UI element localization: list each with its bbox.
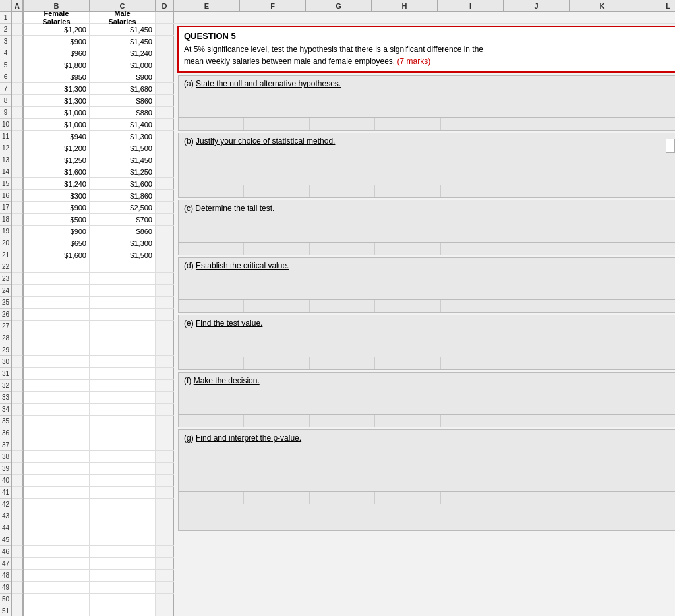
male-cell-7[interactable]: $860	[90, 95, 156, 106]
col-a-cell-25[interactable]	[12, 297, 23, 309]
empty-c-3[interactable]	[90, 297, 156, 308]
col-a-cell-36[interactable]	[12, 427, 23, 439]
col-a-cell-34[interactable]	[12, 404, 23, 416]
empty-c-4[interactable]	[90, 309, 156, 320]
empty-b-27[interactable]	[24, 582, 90, 593]
male-cell-9[interactable]: $1,400	[90, 119, 156, 130]
col-a-cell-44[interactable]	[12, 522, 23, 534]
male-cell-6[interactable]: $1,680	[90, 83, 156, 94]
col-a-cell-46[interactable]	[12, 546, 23, 558]
col-a-cell-3[interactable]	[12, 36, 23, 47]
col-a-cell-28[interactable]	[12, 332, 23, 344]
female-cell-18[interactable]: $900	[24, 226, 90, 237]
empty-c-23[interactable]	[90, 534, 156, 545]
female-cell-17[interactable]: $500	[24, 214, 90, 225]
male-cell-19[interactable]: $1,300	[90, 237, 156, 249]
empty-b-7[interactable]	[24, 344, 90, 355]
empty-b-18[interactable]	[24, 475, 90, 486]
col-a-cell-10[interactable]	[12, 119, 23, 131]
female-cell-8[interactable]: $1,000	[24, 107, 90, 118]
female-cell-11[interactable]: $1,200	[24, 142, 90, 154]
empty-b-2[interactable]	[24, 285, 90, 296]
col-a-cell-27[interactable]	[12, 321, 23, 332]
col-a-cell-42[interactable]	[12, 499, 23, 510]
empty-b-20[interactable]	[24, 499, 90, 510]
male-cell-2[interactable]: $1,450	[90, 36, 156, 47]
col-a-cell-49[interactable]	[12, 582, 23, 594]
male-cell-10[interactable]: $1,300	[90, 131, 156, 142]
col-a-cell-50[interactable]	[12, 594, 23, 605]
empty-b-6[interactable]	[24, 332, 90, 344]
col-a-cell-19[interactable]	[12, 226, 23, 237]
empty-b-15[interactable]	[24, 439, 90, 450]
female-cell-7[interactable]: $1,300	[24, 95, 90, 106]
empty-b-14[interactable]	[24, 427, 90, 439]
col-a-cell-14[interactable]	[12, 166, 23, 178]
male-cell-1[interactable]: $1,450	[90, 24, 156, 35]
empty-c-27[interactable]	[90, 582, 156, 593]
col-a-cell-47[interactable]	[12, 558, 23, 570]
empty-c-18[interactable]	[90, 475, 156, 486]
empty-c-7[interactable]	[90, 344, 156, 355]
female-cell-1[interactable]: $1,200	[24, 24, 90, 35]
female-cell-3[interactable]: $960	[24, 47, 90, 59]
empty-c-0[interactable]	[90, 261, 156, 272]
female-cell-12[interactable]: $1,250	[24, 154, 90, 166]
empty-c-15[interactable]	[90, 439, 156, 450]
male-cell-17[interactable]: $700	[90, 214, 156, 225]
col-a-cell-45[interactable]	[12, 534, 23, 546]
empty-b-26[interactable]	[24, 570, 90, 581]
female-cell-14[interactable]: $1,240	[24, 178, 90, 189]
empty-b-23[interactable]	[24, 534, 90, 545]
col-a-cell-51[interactable]	[12, 605, 23, 616]
empty-c-10[interactable]	[90, 380, 156, 391]
empty-b-4[interactable]	[24, 309, 90, 320]
empty-c-2[interactable]	[90, 285, 156, 296]
col-a-cell-38[interactable]	[12, 451, 23, 463]
col-a-cell-12[interactable]	[12, 142, 23, 154]
col-a-cell-24[interactable]	[12, 285, 23, 297]
empty-b-24[interactable]	[24, 546, 90, 557]
col-a-cell-41[interactable]	[12, 487, 23, 499]
scrollbar[interactable]	[666, 139, 675, 153]
col-a-cell-21[interactable]	[12, 249, 23, 261]
male-cell-4[interactable]: $1,000	[90, 59, 156, 71]
male-cell-11[interactable]: $1,500	[90, 142, 156, 154]
col-a-cell-23[interactable]	[12, 273, 23, 285]
empty-b-11[interactable]	[24, 392, 90, 403]
col-a-cell-15[interactable]	[12, 178, 23, 190]
col-a-cell-26[interactable]	[12, 309, 23, 321]
col-a-cell-5[interactable]	[12, 59, 23, 71]
female-cell-16[interactable]: $900	[24, 202, 90, 213]
male-cell-13[interactable]: $1,250	[90, 166, 156, 177]
col-a-cell-39[interactable]	[12, 463, 23, 475]
col-a-cell-32[interactable]	[12, 380, 23, 392]
empty-c-14[interactable]	[90, 427, 156, 439]
male-cell-15[interactable]: $1,860	[90, 190, 156, 201]
col-a-cell-33[interactable]	[12, 392, 23, 404]
empty-c-26[interactable]	[90, 570, 156, 581]
empty-b-13[interactable]	[24, 416, 90, 427]
empty-b-17[interactable]	[24, 463, 90, 474]
female-cell-15[interactable]: $300	[24, 190, 90, 201]
empty-c-28[interactable]	[90, 594, 156, 605]
male-cell-5[interactable]: $900	[90, 71, 156, 82]
male-cell-12[interactable]: $1,450	[90, 154, 156, 166]
col-a-cell-22[interactable]	[12, 261, 23, 273]
empty-c-29[interactable]	[90, 605, 156, 616]
col-a-cell-43[interactable]	[12, 510, 23, 522]
male-cell-18[interactable]: $860	[90, 226, 156, 237]
female-cell-6[interactable]: $1,300	[24, 83, 90, 94]
empty-b-21[interactable]	[24, 510, 90, 522]
empty-c-24[interactable]	[90, 546, 156, 557]
col-a-cell-35[interactable]	[12, 416, 23, 427]
empty-c-25[interactable]	[90, 558, 156, 569]
empty-b-22[interactable]	[24, 522, 90, 534]
col-a-cell-11[interactable]	[12, 131, 23, 142]
empty-b-29[interactable]	[24, 605, 90, 616]
empty-c-8[interactable]	[90, 356, 156, 367]
col-a-cell-8[interactable]	[12, 95, 23, 107]
col-a-cell-7[interactable]	[12, 83, 23, 95]
col-a-cell-48[interactable]	[12, 570, 23, 582]
col-a-cell-40[interactable]	[12, 475, 23, 487]
